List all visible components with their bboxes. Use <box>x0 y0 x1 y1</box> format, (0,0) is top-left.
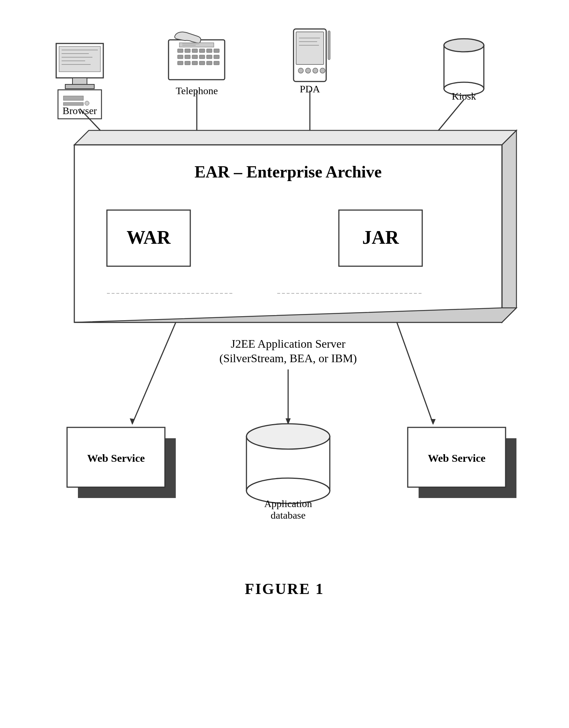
browser-label: Browser <box>63 105 97 116</box>
main-diagram: Browser <box>31 22 538 619</box>
svg-rect-28 <box>192 61 198 65</box>
svg-rect-32 <box>179 43 214 47</box>
svg-rect-44 <box>328 31 330 60</box>
telephone-icon <box>169 32 225 80</box>
svg-rect-25 <box>214 55 219 59</box>
war-label: WAR <box>126 227 171 248</box>
svg-rect-36 <box>296 32 324 64</box>
svg-rect-16 <box>192 49 198 53</box>
svg-rect-24 <box>207 55 212 59</box>
svg-marker-57 <box>502 130 516 322</box>
svg-rect-31 <box>214 61 219 65</box>
svg-rect-8 <box>65 84 94 89</box>
svg-point-42 <box>313 68 318 73</box>
svg-rect-30 <box>207 61 212 65</box>
svg-marker-56 <box>74 130 516 145</box>
svg-rect-19 <box>214 49 219 53</box>
web-service-left-label: Web Service <box>87 452 145 464</box>
svg-point-40 <box>298 68 303 73</box>
ear-title: EAR – Enterprise Archive <box>195 163 382 181</box>
j2ee-line2: (SilverStream, BEA, or IBM) <box>219 352 357 365</box>
svg-rect-15 <box>185 49 190 53</box>
svg-rect-10 <box>63 96 83 100</box>
svg-rect-18 <box>207 49 212 53</box>
svg-marker-67 <box>431 419 436 425</box>
db-label-line1: Application <box>264 498 312 509</box>
svg-rect-29 <box>199 61 205 65</box>
svg-point-46 <box>444 39 484 52</box>
db-label-line2: database <box>271 510 306 521</box>
svg-rect-26 <box>178 61 183 65</box>
svg-rect-20 <box>178 55 183 59</box>
web-service-right-label: Web Service <box>428 452 485 464</box>
svg-rect-17 <box>199 49 205 53</box>
pda-icon <box>294 29 330 81</box>
page: Browser <box>0 0 569 728</box>
svg-rect-22 <box>192 55 198 59</box>
kiosk-icon <box>444 39 484 95</box>
svg-point-41 <box>306 68 311 73</box>
svg-rect-14 <box>178 49 183 53</box>
svg-rect-27 <box>185 61 190 65</box>
svg-rect-21 <box>185 55 190 59</box>
j2ee-line1: J2EE Application Server <box>231 337 346 350</box>
svg-rect-23 <box>199 55 205 59</box>
jar-label: JAR <box>362 227 399 248</box>
svg-line-66 <box>397 322 433 424</box>
db-top <box>246 424 330 449</box>
svg-line-62 <box>132 322 176 424</box>
svg-marker-63 <box>130 418 135 425</box>
svg-rect-7 <box>72 78 87 84</box>
svg-point-43 <box>320 68 325 73</box>
figure-caption: FIGURE 1 <box>245 581 324 597</box>
